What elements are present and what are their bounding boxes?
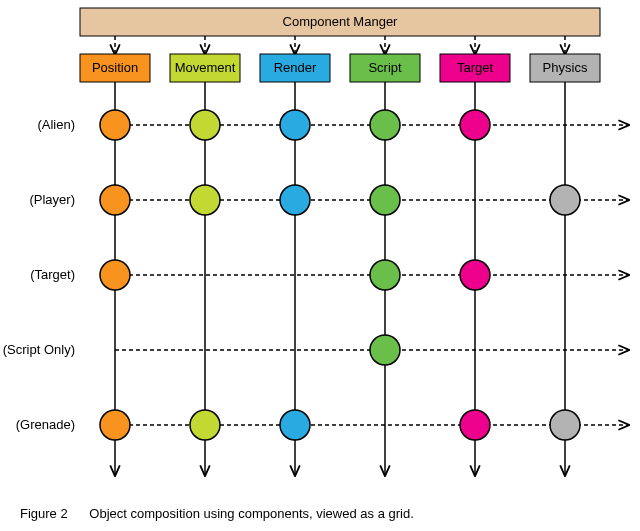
column-label-target: Target [457, 60, 494, 75]
node-player-script [370, 185, 400, 215]
node-player-position [100, 185, 130, 215]
node-grenade-physics [550, 410, 580, 440]
node-target-position [100, 260, 130, 290]
column-label-physics: Physics [543, 60, 588, 75]
node-target-target [460, 260, 490, 290]
column-label-movement: Movement [175, 60, 236, 75]
node-alien-render [280, 110, 310, 140]
caption-text: Object composition using components, vie… [89, 506, 413, 521]
figure-caption: Figure 2 Object composition using compon… [20, 506, 414, 521]
node-scriptonly-script [370, 335, 400, 365]
node-alien-script [370, 110, 400, 140]
row-label-scriptonly: (Script Only) [3, 342, 75, 357]
node-alien-movement [190, 110, 220, 140]
column-label-position: Position [92, 60, 138, 75]
node-grenade-target [460, 410, 490, 440]
component-manager-label: Component Manger [283, 14, 399, 29]
node-target-script [370, 260, 400, 290]
node-alien-position [100, 110, 130, 140]
row-label-grenade: (Grenade) [16, 417, 75, 432]
row-label-alien: (Alien) [37, 117, 75, 132]
column-label-script: Script [368, 60, 402, 75]
node-grenade-position [100, 410, 130, 440]
node-player-movement [190, 185, 220, 215]
row-label-player: (Player) [29, 192, 75, 207]
node-player-physics [550, 185, 580, 215]
node-grenade-render [280, 410, 310, 440]
node-alien-target [460, 110, 490, 140]
caption-prefix: Figure 2 [20, 506, 68, 521]
column-label-render: Render [274, 60, 317, 75]
node-grenade-movement [190, 410, 220, 440]
node-player-render [280, 185, 310, 215]
row-label-target: (Target) [30, 267, 75, 282]
